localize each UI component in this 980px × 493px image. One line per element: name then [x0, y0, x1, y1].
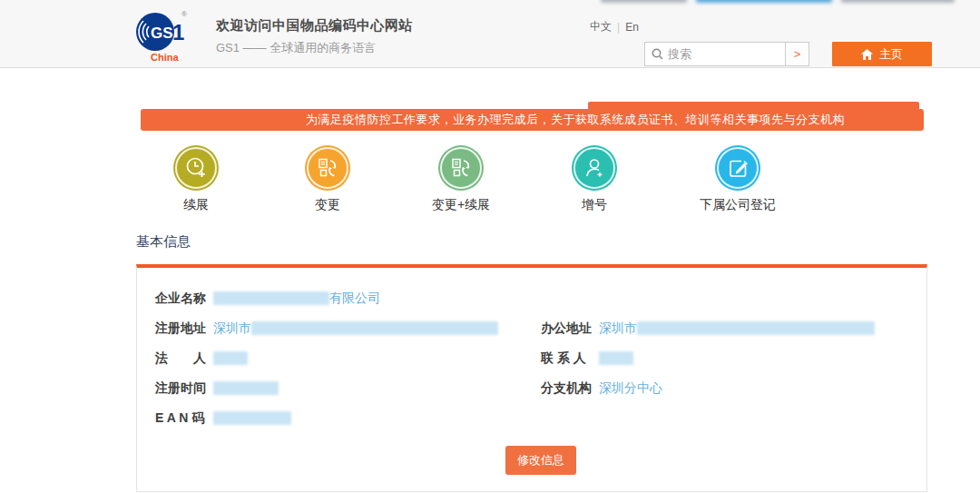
field-legal-person: 法 人 [155, 343, 541, 373]
field-label: 注册地址 [155, 320, 211, 337]
field-office-address: 办公地址 深圳市 [541, 313, 926, 343]
lang-en[interactable]: En [625, 21, 639, 34]
svg-text:GS: GS [151, 25, 173, 42]
field-spacer [541, 403, 926, 433]
notice-banner-text: 为满足疫情防控工作要求，业务办理完成后，关于获取系统成员证书、培训等相关事项先与… [141, 112, 845, 128]
basic-info-title: 基本信息 [136, 233, 980, 251]
home-icon [861, 49, 873, 60]
account-links-redacted[interactable] [696, 0, 832, 3]
registered-mark: ® [181, 10, 187, 18]
person-plus-icon [583, 156, 606, 180]
account-topbar [0, 0, 980, 6]
service-label: 变更 [315, 197, 340, 213]
svg-text:1: 1 [172, 20, 184, 44]
search-icon [652, 48, 663, 60]
lang-zh[interactable]: 中文 [590, 19, 612, 35]
field-branch: 分支机构 深圳分中心 [541, 373, 926, 403]
company-name-suffix: 有限公司 [329, 291, 380, 307]
redacted-value [637, 321, 875, 335]
redacted-value [213, 411, 291, 425]
redacted-value [599, 351, 633, 365]
service-label: 续展 [183, 197, 209, 213]
service-label: 下属公司登记 [700, 197, 776, 213]
field-registered-address: 注册地址 深圳市 [155, 313, 541, 343]
service-shortcuts: 续展 变更 [136, 145, 980, 213]
home-button-label: 主页 [879, 46, 903, 63]
site-title: 欢迎访问中国物品编码中心网站 [216, 17, 413, 35]
field-label: 联 系 人 [541, 350, 597, 367]
service-add-number[interactable]: 增号 [549, 145, 640, 213]
clock-plus-icon [184, 156, 208, 180]
edit-icon [727, 157, 750, 180]
notice-banner: 为满足疫情防控工作要求，业务办理完成后，关于获取系统成员证书、培训等相关事项先与… [141, 102, 924, 131]
service-renewal[interactable]: 续展 [151, 145, 241, 213]
doc-refresh-icon [317, 157, 338, 179]
redacted-value [213, 291, 329, 305]
search-submit-button[interactable]: > [785, 43, 808, 65]
field-ean-code: E A N 码 [155, 403, 541, 433]
lang-separator: | [617, 21, 620, 34]
field-label: 企业名称 [155, 291, 211, 307]
doc-refresh-icon [450, 157, 472, 179]
service-hotline-redacted [841, 0, 955, 3]
site-subtitle: GS1 —— 全球通用的商务语言 [216, 40, 413, 56]
search-input[interactable] [668, 47, 772, 61]
service-label: 变更+续展 [432, 197, 490, 213]
field-registration-time: 注册时间 [155, 373, 541, 403]
notice-banner-bar: 为满足疫情防控工作要求，业务办理完成后，关于获取系统成员证书、培训等相关事项先与… [141, 109, 924, 131]
site-header: GS 1 ® China 欢迎访问中国物品编码中心网站 GS1 —— 全球通用的… [0, 6, 980, 68]
service-change[interactable]: 变更 [282, 145, 373, 213]
account-greeting-redacted [601, 0, 687, 3]
office-address-prefix: 深圳市 [599, 320, 637, 337]
service-change-renewal[interactable]: 变更+续展 [416, 145, 506, 213]
logo-china-label: China [151, 52, 179, 63]
field-contact-person: 联 系 人 [541, 343, 926, 373]
gs1-logo[interactable]: GS 1 ® China [134, 12, 192, 63]
field-label: 分支机构 [541, 380, 597, 397]
field-label: 注册时间 [155, 380, 211, 397]
redacted-value [213, 351, 248, 365]
basic-info-panel: 企业名称 有限公司 注册地址 深圳市 办公地址 深圳市 法 人 联 [136, 264, 927, 492]
service-subsidiary-registration[interactable]: 下属公司登记 [692, 145, 783, 213]
field-label: 办公地址 [541, 320, 597, 337]
field-company-name: 企业名称 有限公司 [155, 283, 926, 313]
field-label: 法 人 [155, 350, 211, 367]
language-switcher: 中文 | En [590, 19, 953, 35]
redacted-value [251, 321, 498, 335]
modify-info-button[interactable]: 修改信息 [505, 446, 576, 475]
branch-value: 深圳分中心 [599, 380, 662, 397]
field-label: E A N 码 [155, 410, 211, 427]
service-label: 增号 [582, 197, 607, 213]
registered-address-prefix: 深圳市 [213, 320, 251, 337]
home-button[interactable]: 主页 [832, 42, 932, 66]
search-box: > [644, 42, 809, 66]
redacted-value [213, 381, 279, 395]
